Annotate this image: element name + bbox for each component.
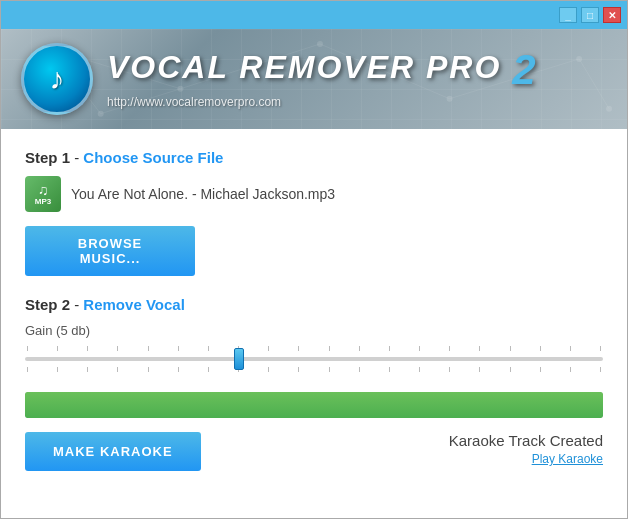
mp3-file-icon: ♫ MP3 — [25, 176, 61, 212]
step1-number: Step 1 — [25, 149, 70, 166]
app-window: _ □ ✕ ♪ VOCAL REMOVER PRO — [0, 0, 628, 519]
app-header: ♪ VOCAL REMOVER PRO 2 http://www.vocalre… — [1, 29, 627, 129]
gain-label: Gain (5 db) — [25, 323, 603, 338]
step1-separator: - — [70, 149, 83, 166]
logo-music-icon: ♪ — [50, 62, 65, 96]
play-karaoke-link[interactable]: Play Karaoke — [449, 452, 603, 466]
step2-number: Step 2 — [25, 296, 70, 313]
maximize-button[interactable]: □ — [581, 7, 599, 23]
step1-title: Step 1 - Choose Source File — [25, 149, 603, 166]
make-karaoke-button[interactable]: MAKE KARAOKE — [25, 432, 201, 471]
minimize-button[interactable]: _ — [559, 7, 577, 23]
step2-title: Step 2 - Remove Vocal — [25, 296, 603, 313]
title-bar: _ □ ✕ — [1, 1, 627, 29]
app-title-text: VOCAL REMOVER PRO — [107, 49, 501, 85]
browse-music-button[interactable]: BROWSE MUSIC... — [25, 226, 195, 276]
header-text-group: VOCAL REMOVER PRO 2 http://www.vocalremo… — [107, 49, 538, 109]
step2-action: Remove Vocal — [83, 296, 184, 313]
svg-point-5 — [606, 106, 612, 112]
progress-bar-container — [25, 392, 603, 418]
gain-slider-container[interactable] — [25, 346, 603, 372]
music-note-icon: ♫ — [35, 183, 51, 197]
step2-separator: - — [70, 296, 83, 313]
progress-bar-fill — [25, 392, 603, 418]
file-info-row: ♫ MP3 You Are Not Alone. - Michael Jacks… — [25, 176, 603, 212]
slider-ticks-top — [25, 346, 603, 351]
bottom-row: MAKE KARAOKE Karaoke Track Created Play … — [25, 432, 603, 471]
close-button[interactable]: ✕ — [603, 7, 621, 23]
slider-thumb[interactable] — [234, 348, 244, 370]
app-url: http://www.vocalremoverpro.com — [107, 95, 538, 109]
app-logo: ♪ — [21, 43, 93, 115]
karaoke-created-label: Karaoke Track Created — [449, 432, 603, 449]
karaoke-status-group: Karaoke Track Created Play Karaoke — [449, 432, 603, 466]
slider-ticks-bottom — [25, 367, 603, 372]
svg-line-11 — [579, 59, 609, 109]
selected-file-name: You Are Not Alone. - Michael Jackson.mp3 — [71, 186, 335, 202]
app-title: VOCAL REMOVER PRO 2 — [107, 49, 538, 91]
window-controls: _ □ ✕ — [559, 7, 621, 23]
slider-track[interactable] — [25, 357, 603, 361]
mp3-label: MP3 — [35, 197, 51, 206]
main-content: Step 1 - Choose Source File ♫ MP3 You Ar… — [1, 129, 627, 518]
app-version-number: 2 — [512, 46, 537, 93]
step1-action: Choose Source File — [83, 149, 223, 166]
